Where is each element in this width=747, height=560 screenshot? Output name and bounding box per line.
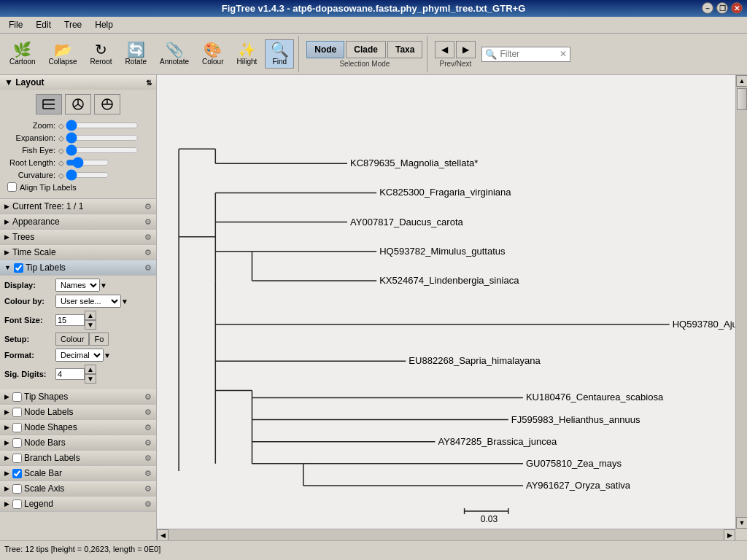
branch-labels-section[interactable]: ▶ Branch Labels ⚙ bbox=[0, 451, 156, 466]
tip-labels-settings-icon: ⚙ bbox=[144, 263, 152, 273]
node-bars-checkbox[interactable] bbox=[12, 438, 22, 448]
sig-digits-down-button[interactable]: ▼ bbox=[85, 374, 96, 384]
node-labels-checkbox[interactable] bbox=[12, 408, 22, 417]
time-scale-section[interactable]: ▶ Time Scale ⚙ bbox=[0, 245, 156, 260]
node-shapes-checkbox[interactable] bbox=[12, 423, 22, 432]
selection-mode-group: Node Clade Taxa Selection Mode bbox=[306, 41, 422, 68]
vertical-scrollbar: ▲ ▼ bbox=[735, 75, 747, 529]
hilight-icon: ✨ bbox=[238, 42, 256, 57]
sig-digits-up-button[interactable]: ▲ bbox=[85, 365, 96, 374]
filter-input[interactable] bbox=[500, 49, 558, 59]
annotate-label: Annotate bbox=[160, 58, 189, 66]
trees-section[interactable]: ▶ Trees ⚙ bbox=[0, 230, 156, 245]
time-scale-label: Time Scale bbox=[12, 247, 56, 257]
branch-labels-label: Branch Labels bbox=[24, 453, 80, 463]
align-tip-labels-checkbox[interactable] bbox=[7, 182, 17, 192]
zoom-row: Zoom: ◇ bbox=[3, 120, 153, 131]
taxon-ajuga: HQ593780_Ajuga_reptans bbox=[673, 319, 735, 330]
scale-axis-checkbox[interactable] bbox=[12, 484, 22, 494]
node-shapes-section[interactable]: ▶ Node Shapes ⚙ bbox=[0, 420, 156, 435]
minimize-button[interactable]: – bbox=[702, 2, 713, 14]
layout-header-label: ▼ Layout bbox=[4, 77, 44, 88]
taxa-selection-button[interactable]: Taxa bbox=[387, 41, 422, 58]
layout-header[interactable]: ▼ Layout ⇅ bbox=[0, 75, 156, 90]
fisheye-diamond: ◇ bbox=[58, 147, 64, 155]
branch-labels-checkbox[interactable] bbox=[12, 454, 22, 463]
current-tree-section[interactable]: ▶ Current Tree: 1 / 1 ⚙ bbox=[0, 199, 156, 214]
fo-setup-button[interactable]: Fo bbox=[89, 332, 109, 346]
scroll-right-button[interactable]: ▶ bbox=[724, 529, 735, 540]
format-dropdown-icon: ▼ bbox=[104, 351, 111, 359]
colour-by-select[interactable]: User sele... bbox=[55, 295, 121, 308]
menu-tree[interactable]: Tree bbox=[58, 18, 88, 31]
reroot-button[interactable]: ↻ Reroot bbox=[85, 39, 117, 69]
node-labels-section[interactable]: ▶ Node Labels ⚙ bbox=[0, 405, 156, 420]
tip-labels-section[interactable]: ▼ Tip Labels ⚙ bbox=[0, 260, 156, 276]
cartoon-button[interactable]: 🌿 Cartoon bbox=[4, 39, 41, 69]
close-button[interactable]: ✕ bbox=[731, 2, 743, 14]
rectangular-layout-button[interactable] bbox=[36, 94, 62, 114]
clade-selection-button[interactable]: Clade bbox=[346, 41, 386, 58]
curvature-row: Curvature: ◇ bbox=[3, 170, 153, 180]
node-selection-button[interactable]: Node bbox=[306, 41, 344, 58]
colour-setup-button[interactable]: Colour bbox=[55, 332, 89, 346]
expansion-slider[interactable] bbox=[66, 133, 139, 143]
hilight-button[interactable]: ✨ Hilight bbox=[232, 39, 263, 69]
scale-axis-section[interactable]: ▶ Scale Axis ⚙ bbox=[0, 481, 156, 497]
curvature-slider[interactable] bbox=[66, 170, 109, 180]
current-tree-settings-icon: ⚙ bbox=[144, 202, 152, 211]
zoom-slider[interactable] bbox=[66, 120, 139, 131]
scale-bar-arrow: ▶ bbox=[4, 470, 9, 477]
annotate-button[interactable]: 📎 Annotate bbox=[155, 39, 194, 69]
legend-section[interactable]: ▶ Legend ⚙ bbox=[0, 497, 156, 512]
radial-layout-button[interactable] bbox=[65, 94, 91, 114]
scroll-up-button[interactable]: ▲ bbox=[736, 75, 747, 87]
colour-by-label: Colour by: bbox=[4, 297, 55, 306]
legend-checkbox[interactable] bbox=[12, 499, 22, 509]
search-icon: 🔍 bbox=[485, 49, 497, 60]
annotate-icon: 📎 bbox=[166, 42, 184, 57]
scale-bar-checkbox[interactable] bbox=[12, 469, 22, 478]
filter-clear-button[interactable]: ✕ bbox=[560, 49, 567, 59]
font-size-down-button[interactable]: ▼ bbox=[85, 320, 96, 330]
node-bars-arrow: ▶ bbox=[4, 439, 9, 446]
scale-bar-section[interactable]: ▶ Scale Bar ⚙ bbox=[0, 466, 156, 481]
scroll-down-button[interactable]: ▼ bbox=[736, 517, 747, 529]
appearance-section[interactable]: ▶ Appearance ⚙ bbox=[0, 214, 156, 230]
separator1 bbox=[298, 36, 299, 72]
legend-settings-icon: ⚙ bbox=[144, 499, 152, 509]
circular-layout-button[interactable] bbox=[94, 94, 120, 114]
rootlength-diamond: ◇ bbox=[58, 159, 64, 167]
rotate-button[interactable]: 🔄 Rotate bbox=[120, 39, 152, 69]
tip-shapes-checkbox[interactable] bbox=[12, 392, 22, 402]
scale-label: 0.03 bbox=[481, 514, 498, 524]
node-bars-section[interactable]: ▶ Node Bars ⚙ bbox=[0, 435, 156, 451]
tip-shapes-section[interactable]: ▶ Tip Shapes ⚙ bbox=[0, 389, 156, 405]
legend-arrow: ▶ bbox=[4, 500, 9, 508]
next-button[interactable]: ▶ bbox=[456, 41, 476, 58]
font-size-up-button[interactable]: ▲ bbox=[85, 311, 96, 320]
menu-edit[interactable]: Edit bbox=[30, 18, 57, 31]
prev-button[interactable]: ◀ bbox=[435, 41, 454, 58]
colour-button[interactable]: 🎨 Colour bbox=[197, 39, 228, 69]
menu-help[interactable]: Help bbox=[89, 18, 119, 31]
sig-digits-input[interactable] bbox=[55, 368, 85, 380]
scroll-track-v bbox=[736, 87, 747, 517]
menu-file[interactable]: File bbox=[3, 18, 28, 31]
tree-svg[interactable]: KC879635_Magnolia_stellata* KC825300_Fra… bbox=[157, 75, 735, 529]
font-size-input[interactable] bbox=[55, 314, 85, 326]
display-select[interactable]: Names bbox=[55, 279, 100, 292]
scroll-thumb-v[interactable] bbox=[737, 88, 747, 110]
rotate-icon: 🔄 bbox=[127, 42, 145, 57]
fisheye-slider[interactable] bbox=[66, 145, 139, 155]
rootlength-slider[interactable] bbox=[66, 158, 109, 168]
restore-button[interactable]: ❐ bbox=[716, 2, 728, 14]
scroll-left-button[interactable]: ◀ bbox=[157, 529, 169, 540]
collapse-button[interactable]: 📂 Collapse bbox=[44, 39, 82, 69]
tip-labels-checkbox[interactable] bbox=[14, 263, 23, 273]
filter-box: 🔍 ✕ bbox=[481, 47, 570, 62]
format-select[interactable]: Decimal bbox=[55, 349, 104, 362]
fisheye-label: Fish Eye: bbox=[3, 146, 55, 155]
time-scale-arrow: ▶ bbox=[4, 249, 9, 256]
find-button[interactable]: 🔍 Find bbox=[265, 39, 294, 69]
